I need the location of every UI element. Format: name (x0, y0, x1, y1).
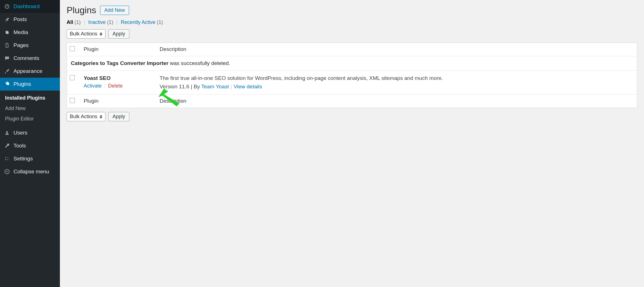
sidebar-item-tools[interactable]: Tools (0, 139, 60, 152)
sidebar-item-media[interactable]: Media (0, 26, 60, 39)
bulk-action-bar-bottom: Bulk Actions Apply (67, 112, 637, 121)
sidebar-item-label: Appearance (13, 68, 42, 74)
comments-icon (4, 55, 10, 61)
sidebar-item-label: Tools (13, 143, 26, 149)
sidebar-item-comments[interactable]: Comments (0, 52, 60, 65)
brush-icon (4, 68, 10, 74)
plugin-icon (4, 81, 10, 87)
sidebar-item-label: Dashboard (13, 3, 40, 10)
sidebar-item-pages[interactable]: Pages (0, 39, 60, 52)
delete-link[interactable]: Delete (108, 83, 123, 89)
wrench-icon (4, 143, 10, 149)
bulk-actions-label: Bulk Actions (70, 114, 97, 119)
media-icon (4, 29, 10, 35)
main-content: Plugins Add New All (1) | Inactive (1) |… (60, 0, 644, 287)
sidebar-item-label: Collapse menu (13, 169, 49, 175)
sidebar-submenu-plugins: Installed Plugins Add New Plugin Editor (0, 91, 60, 126)
sidebar-item-plugins[interactable]: Plugins (0, 78, 60, 91)
sidebar-item-label: Users (13, 130, 28, 136)
filter-all[interactable]: All (67, 19, 73, 25)
bulk-actions-select-bottom[interactable]: Bulk Actions (67, 112, 105, 121)
plugin-status-filters: All (1) | Inactive (1) | Recently Active… (67, 19, 637, 25)
sidebar-item-appearance[interactable]: Appearance (0, 65, 60, 78)
sidebar-item-users[interactable]: Users (0, 126, 60, 139)
bulk-actions-select[interactable]: Bulk Actions (67, 29, 105, 39)
plugin-author-link[interactable]: Team Yoast (201, 84, 229, 89)
filter-inactive-count: (1) (107, 19, 113, 25)
plugins-table: Plugin Description Categories to Tags Co… (67, 42, 637, 108)
page-title: Plugins (67, 5, 96, 15)
bulk-action-bar-top: Bulk Actions Apply (67, 29, 637, 39)
sidebar-item-label: Pages (13, 42, 29, 48)
filter-recent-count: (1) (157, 19, 163, 25)
activate-link[interactable]: Activate (84, 83, 102, 89)
sidebar-item-dashboard[interactable]: Dashboard (0, 0, 60, 13)
sidebar-item-posts[interactable]: Posts (0, 13, 60, 26)
plugin-row-actions: Activate | Delete (84, 83, 154, 89)
select-all-checkbox-bottom[interactable] (70, 98, 75, 103)
notice-text: was successfully deleted. (168, 60, 230, 66)
sidebar-item-label: Media (13, 29, 28, 35)
column-plugin-footer: Plugin (81, 95, 157, 108)
apply-button[interactable]: Apply (108, 29, 129, 39)
deletion-notice-row: Categories to Tags Converter Importer wa… (67, 56, 637, 71)
column-description-header: Description (157, 43, 637, 56)
select-caret-icon (100, 32, 102, 36)
notice-plugin-name: Categories to Tags Converter Importer (71, 60, 168, 66)
admin-sidebar: Dashboard Posts Media Pages Comments App… (0, 0, 60, 287)
sidebar-item-collapse[interactable]: Collapse menu (0, 165, 60, 178)
plugin-checkbox[interactable] (70, 75, 75, 80)
sidebar-item-settings[interactable]: Settings (0, 152, 60, 165)
plugin-meta: Version 11.6 | By Team Yoast|View detail… (160, 84, 634, 90)
select-all-checkbox-top[interactable] (70, 46, 75, 51)
submenu-add-new[interactable]: Add New (0, 103, 60, 114)
submenu-plugin-editor[interactable]: Plugin Editor (0, 114, 60, 124)
plugin-name: Yoast SEO (84, 75, 154, 81)
pages-icon (4, 42, 10, 48)
dashboard-icon (4, 3, 10, 10)
filter-inactive[interactable]: Inactive (88, 19, 106, 25)
bulk-actions-label: Bulk Actions (70, 31, 97, 37)
collapse-icon (4, 169, 10, 175)
plugin-version-by: Version 11.6 | By (160, 84, 201, 89)
filter-recently-active[interactable]: Recently Active (121, 19, 156, 25)
sidebar-item-label: Posts (13, 16, 27, 23)
sidebar-item-label: Plugins (13, 81, 31, 87)
view-details-link[interactable]: View details (234, 84, 262, 89)
add-new-button[interactable]: Add New (100, 6, 129, 15)
page-heading: Plugins Add New (67, 5, 637, 15)
filter-all-count: (1) (75, 19, 81, 25)
submenu-installed-plugins[interactable]: Installed Plugins (0, 93, 60, 103)
column-plugin-header: Plugin (81, 43, 157, 56)
sidebar-item-label: Comments (13, 55, 39, 61)
sidebar-item-label: Settings (13, 156, 33, 162)
select-caret-icon (100, 115, 102, 118)
settings-icon (4, 156, 10, 162)
column-description-footer: Description (157, 95, 637, 108)
users-icon (4, 130, 10, 136)
apply-button-bottom[interactable]: Apply (108, 112, 129, 121)
plugin-description: The first true all-in-one SEO solution f… (160, 75, 634, 81)
pin-icon (4, 16, 10, 23)
plugin-row: Yoast SEO Activate | Delete The first tr… (67, 71, 637, 95)
